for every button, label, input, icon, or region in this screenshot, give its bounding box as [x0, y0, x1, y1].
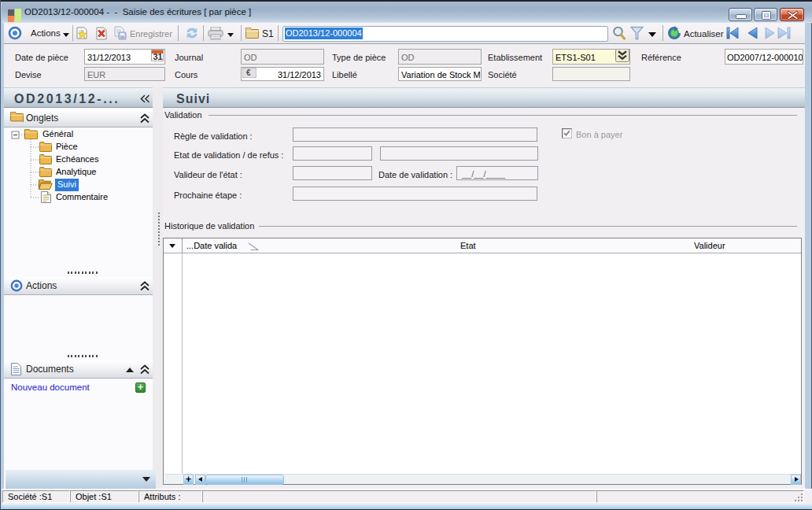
svg-text:31: 31 — [153, 52, 163, 61]
svg-text:€: € — [246, 68, 251, 77]
